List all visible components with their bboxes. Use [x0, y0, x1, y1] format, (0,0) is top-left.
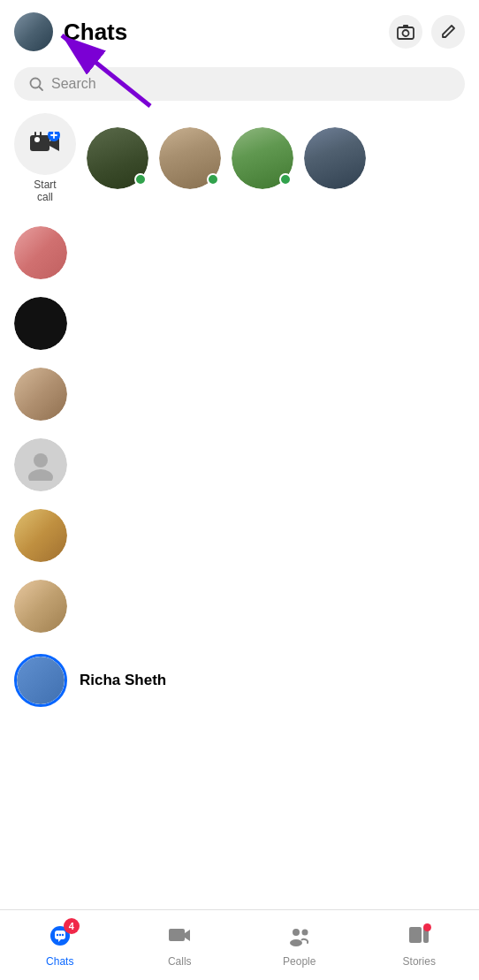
stories-red-dot — [423, 923, 431, 931]
story-item-2[interactable] — [159, 127, 221, 189]
svg-rect-23 — [409, 927, 422, 943]
camera-button[interactable] — [389, 15, 422, 49]
nav-item-people[interactable]: People — [240, 916, 360, 975]
nav-label-people: People — [283, 955, 316, 968]
svg-point-17 — [59, 933, 61, 935]
svg-point-3 — [31, 79, 41, 88]
svg-rect-0 — [398, 27, 414, 39]
nav-label-calls: Calls — [168, 955, 192, 968]
chat-item[interactable] — [0, 571, 479, 642]
chat-info: Richa Sheth — [80, 672, 465, 689]
edit-icon — [440, 24, 456, 40]
profile-avatar[interactable] — [14, 12, 53, 51]
chat-item[interactable] — [0, 500, 479, 571]
chat-avatar — [14, 654, 67, 707]
camera-icon — [397, 24, 414, 40]
svg-point-16 — [57, 933, 58, 935]
chat-info — [80, 535, 465, 536]
calls-nav-icon — [167, 923, 192, 948]
page-title: Chats — [64, 19, 389, 46]
chat-name: Richa Sheth — [80, 672, 465, 689]
svg-point-18 — [62, 933, 64, 935]
story-item-1[interactable] — [87, 127, 148, 189]
svg-point-13 — [28, 469, 53, 481]
edit-button[interactable] — [431, 15, 465, 49]
svg-rect-5 — [30, 135, 49, 151]
start-call-item[interactable]: Startcall — [14, 113, 76, 203]
search-placeholder: Search — [51, 76, 96, 92]
svg-point-21 — [290, 939, 302, 946]
chat-item[interactable] — [0, 359, 479, 429]
nav-icon-wrap-chats: 4 — [48, 923, 72, 952]
nav-icon-wrap-stories — [407, 923, 431, 952]
people-nav-icon — [287, 923, 312, 948]
story-item-4[interactable] — [304, 127, 366, 189]
start-call-label: Startcall — [34, 179, 56, 203]
nav-label-chats: Chats — [46, 955, 73, 968]
svg-line-4 — [40, 87, 43, 91]
svg-point-1 — [403, 30, 409, 36]
chat-avatar — [14, 580, 67, 633]
search-bar[interactable]: Search — [14, 67, 465, 101]
stories-row: Startcall — [0, 113, 479, 217]
nav-label-stories: Stories — [403, 955, 436, 968]
header-actions — [389, 15, 465, 49]
chat-badge: 4 — [64, 918, 80, 934]
chat-info — [80, 323, 465, 324]
chat-avatar — [14, 297, 67, 350]
online-indicator — [134, 173, 147, 186]
chat-item[interactable] — [0, 217, 479, 288]
chat-info — [80, 252, 465, 254]
svg-rect-19 — [169, 929, 185, 941]
svg-point-12 — [34, 453, 48, 467]
nav-item-chats[interactable]: 4 Chats — [0, 916, 120, 975]
online-indicator — [207, 173, 219, 186]
chat-avatar — [14, 438, 67, 491]
chat-info — [80, 464, 465, 466]
svg-point-6 — [34, 137, 40, 142]
start-call-button[interactable] — [14, 113, 76, 175]
header: Chats — [0, 0, 479, 60]
video-call-icon — [29, 132, 61, 156]
search-icon — [28, 76, 44, 92]
svg-point-22 — [301, 929, 308, 935]
svg-point-20 — [293, 929, 300, 936]
nav-item-stories[interactable]: Stories — [360, 916, 480, 975]
story-item-3[interactable] — [232, 127, 293, 189]
nav-item-calls[interactable]: Calls — [120, 916, 240, 975]
online-indicator — [279, 173, 292, 186]
chat-item[interactable] — [0, 288, 479, 359]
bottom-navigation: 4 Chats Calls People — [0, 909, 479, 980]
svg-rect-2 — [403, 25, 408, 27]
chat-item-richa[interactable]: Richa Sheth — [0, 645, 479, 716]
nav-icon-wrap-calls — [167, 923, 192, 952]
chat-info — [80, 393, 465, 395]
chat-info — [80, 605, 465, 607]
chat-avatar — [14, 368, 67, 421]
chat-avatar — [14, 226, 67, 279]
chat-item[interactable] — [0, 429, 479, 500]
chat-avatar — [14, 509, 67, 562]
nav-icon-wrap-people — [287, 923, 312, 952]
chat-list: Richa Sheth — [0, 217, 479, 804]
